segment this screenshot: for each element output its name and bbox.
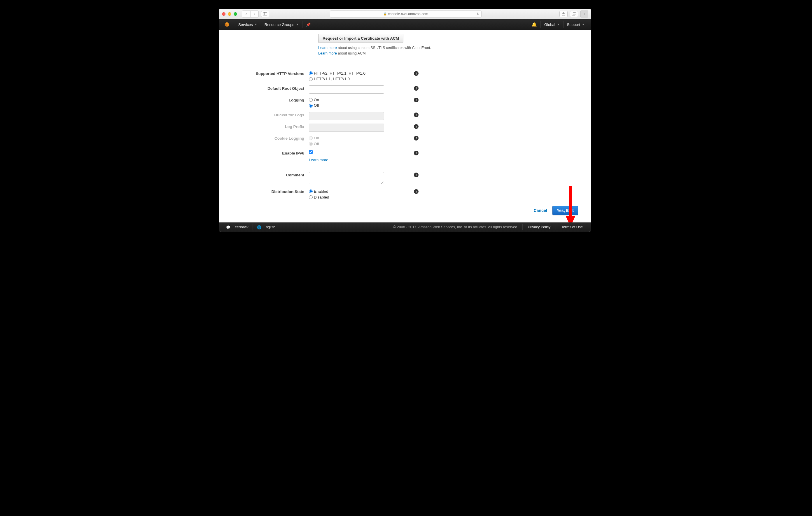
learn-more-acm-link[interactable]: Learn more bbox=[318, 51, 337, 55]
new-tab-button[interactable]: + bbox=[580, 10, 588, 18]
aws-top-nav: Services ▼ Resource Groups ▼ 📌 🔔 Global … bbox=[219, 19, 591, 30]
speech-bubble-icon: 💬 bbox=[226, 225, 231, 230]
row-bucket-logs: Bucket for Logs i bbox=[219, 110, 591, 122]
info-logging[interactable]: i bbox=[414, 97, 418, 102]
info-comment[interactable]: i bbox=[414, 172, 418, 177]
nav-services-label: Services bbox=[238, 23, 253, 27]
checkbox-enable-ipv6[interactable] bbox=[309, 150, 313, 154]
caret-down-icon: ▼ bbox=[582, 23, 584, 26]
row-http-versions: Supported HTTP Versions HTTP/2, HTTP/1.1… bbox=[219, 69, 591, 84]
footer-terms-link[interactable]: Terms of Use bbox=[557, 225, 587, 229]
aws-logo-icon[interactable] bbox=[224, 22, 230, 27]
page-content: Request or Import a Certificate with ACM… bbox=[219, 30, 591, 222]
footer-privacy-link[interactable]: Privacy Policy bbox=[524, 225, 555, 229]
radio-logging-off-label: Off bbox=[314, 102, 319, 109]
browser-window: ‹ › 🔒 console.aws.amazon.com ↻ + bbox=[219, 9, 591, 232]
forward-button[interactable]: › bbox=[250, 11, 258, 17]
info-bucket-logs[interactable]: i bbox=[414, 112, 418, 117]
radio-http2-input[interactable] bbox=[309, 71, 313, 75]
nav-back-forward: ‹ › bbox=[242, 10, 259, 18]
caret-down-icon: ▼ bbox=[557, 23, 560, 26]
nav-resource-groups[interactable]: Resource Groups ▼ bbox=[262, 19, 301, 30]
radio-logging-on[interactable]: On bbox=[309, 97, 385, 103]
nav-notifications[interactable]: 🔔 bbox=[528, 19, 540, 30]
caret-down-icon: ▼ bbox=[296, 23, 299, 26]
reload-icon[interactable]: ↻ bbox=[476, 12, 480, 16]
footer-language[interactable]: 🌐 English bbox=[254, 225, 278, 230]
radio-http2[interactable]: HTTP/2, HTTP/1.1, HTTP/1.0 bbox=[309, 70, 385, 77]
info-icon: i bbox=[414, 173, 418, 177]
info-log-prefix[interactable]: i bbox=[414, 124, 418, 129]
svg-rect-5 bbox=[573, 12, 576, 14]
info-cookie-logging[interactable]: i bbox=[414, 135, 418, 141]
nav-support[interactable]: Support ▼ bbox=[564, 19, 587, 30]
footer-separator bbox=[556, 224, 556, 230]
nav-pin[interactable]: 📌 bbox=[303, 19, 314, 30]
label-http-versions: Supported HTTP Versions bbox=[219, 70, 309, 76]
footer-feedback[interactable]: 💬 Feedback bbox=[223, 225, 252, 230]
row-log-prefix: Log Prefix i bbox=[219, 122, 591, 133]
input-default-root[interactable] bbox=[309, 85, 384, 94]
label-comment: Comment bbox=[219, 172, 309, 177]
nav-services[interactable]: Services ▼ bbox=[235, 19, 260, 30]
sidebar-toggle-button[interactable] bbox=[261, 11, 269, 17]
radio-cookie-off-input bbox=[309, 142, 313, 146]
radio-logging-on-input[interactable] bbox=[309, 98, 313, 102]
radio-state-disabled-input[interactable] bbox=[309, 195, 313, 199]
footer-feedback-label: Feedback bbox=[232, 225, 249, 229]
yes-edit-button[interactable]: Yes, Edit bbox=[552, 206, 578, 215]
back-button[interactable]: ‹ bbox=[242, 11, 250, 17]
close-window-button[interactable] bbox=[222, 12, 226, 16]
info-enable-ipv6[interactable]: i bbox=[414, 150, 418, 155]
acm-help-tail: about using ACM. bbox=[337, 51, 367, 55]
textarea-comment[interactable] bbox=[309, 172, 384, 184]
radio-cookie-on: On bbox=[309, 135, 385, 141]
caret-down-icon: ▼ bbox=[255, 23, 257, 26]
form-actions: Cancel Yes, Edit bbox=[219, 202, 591, 220]
label-log-prefix: Log Prefix bbox=[219, 124, 309, 129]
cancel-button[interactable]: Cancel bbox=[534, 208, 547, 213]
browser-titlebar: ‹ › 🔒 console.aws.amazon.com ↻ + bbox=[219, 9, 591, 19]
footer-separator bbox=[253, 224, 253, 230]
radio-cookie-off-label: Off bbox=[314, 141, 319, 147]
learn-more-ssl-link[interactable]: Learn more bbox=[318, 46, 337, 50]
info-distribution-state[interactable]: i bbox=[414, 189, 418, 194]
label-bucket-logs: Bucket for Logs bbox=[219, 112, 309, 117]
row-distribution-state: Distribution State Enabled Disabled i bbox=[219, 187, 591, 202]
radio-state-disabled[interactable]: Disabled bbox=[309, 194, 385, 200]
share-button[interactable] bbox=[559, 11, 568, 17]
ssl-help-tail: about using custom SSL/TLS certificates … bbox=[337, 46, 431, 50]
ssl-help-text: Learn more about using custom SSL/TLS ce… bbox=[318, 45, 591, 57]
radio-state-disabled-label: Disabled bbox=[314, 194, 329, 200]
tabs-button[interactable] bbox=[570, 11, 578, 17]
radio-logging-off-input[interactable] bbox=[309, 104, 313, 108]
radio-cookie-on-label: On bbox=[314, 135, 319, 141]
footer-language-label: English bbox=[263, 225, 276, 229]
info-default-root[interactable]: i bbox=[414, 85, 418, 91]
radio-logging-on-label: On bbox=[314, 97, 319, 103]
radio-http1[interactable]: HTTP/1.1, HTTP/1.0 bbox=[309, 76, 385, 82]
radio-state-enabled-input[interactable] bbox=[309, 189, 313, 193]
radio-cookie-on-input bbox=[309, 136, 313, 140]
info-icon: i bbox=[414, 189, 418, 194]
input-bucket-logs bbox=[309, 112, 384, 120]
ipv6-learn-more-link[interactable]: Learn more bbox=[309, 158, 328, 162]
info-http-versions[interactable]: i bbox=[414, 70, 418, 76]
svg-rect-0 bbox=[263, 12, 267, 16]
nav-region[interactable]: Global ▼ bbox=[541, 19, 562, 30]
label-default-root: Default Root Object bbox=[219, 85, 309, 91]
address-bar[interactable]: 🔒 console.aws.amazon.com ↻ bbox=[330, 10, 482, 18]
radio-cookie-off: Off bbox=[309, 141, 385, 147]
radio-http2-label: HTTP/2, HTTP/1.1, HTTP/1.0 bbox=[314, 70, 366, 77]
zoom-window-button[interactable] bbox=[234, 12, 237, 16]
radio-http1-label: HTTP/1.1, HTTP/1.0 bbox=[314, 76, 350, 82]
radio-state-enabled[interactable]: Enabled bbox=[309, 189, 385, 194]
radio-http1-input[interactable] bbox=[309, 77, 313, 81]
radio-logging-off[interactable]: Off bbox=[309, 102, 385, 109]
row-cookie-logging: Cookie Logging On Off i bbox=[219, 133, 591, 148]
label-enable-ipv6: Enable IPv6 bbox=[219, 150, 309, 155]
request-import-cert-button[interactable]: Request or Import a Certificate with ACM bbox=[318, 34, 403, 43]
row-enable-ipv6: Enable IPv6 Learn more i bbox=[219, 148, 591, 164]
minimize-window-button[interactable] bbox=[228, 12, 231, 16]
info-icon: i bbox=[414, 136, 418, 141]
